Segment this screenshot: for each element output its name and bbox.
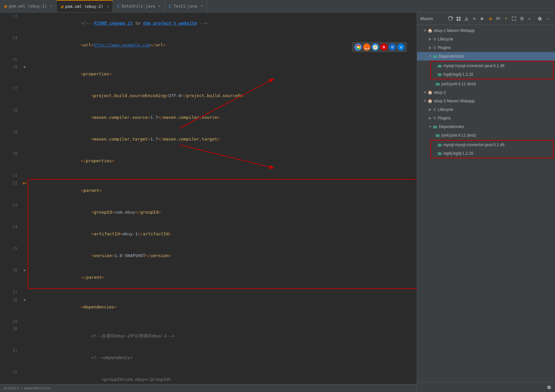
svg-rect-24 [438, 144, 439, 146]
tree-item-ebuy1[interactable]: ▼ 🏠 ebuy-1 Maven Webapp [417, 26, 555, 35]
svg-rect-8 [436, 55, 437, 58]
tree-arrow-deps1[interactable]: ▼ [428, 53, 433, 60]
maven-add-btn[interactable]: + [471, 15, 478, 22]
code-line: <version>1.0-SNAPSHOT</version> [28, 245, 417, 267]
firefox-icon[interactable]: 🦊 [363, 43, 370, 51]
maven-ebuy2-icon: 🏠 [428, 89, 433, 96]
breadcrumb-sep: › [20, 386, 23, 390]
table-row: 28 ▼ <dependencies> [0, 296, 417, 318]
tree-arrow-lifecycle2[interactable]: ▶ [428, 106, 433, 113]
maven-bottom-settings-btn[interactable] [545, 384, 552, 391]
tree-label-junit1: junit:junit:4.11 (test) [441, 80, 476, 88]
tab-dateutils[interactable]: C DateUtils.java ✕ [113, 0, 165, 12]
line-number: 16 [0, 63, 21, 85]
tree-arrow-plugins1[interactable]: ▶ [428, 44, 433, 51]
tree-arrow-plugins2[interactable]: ▶ [428, 115, 433, 122]
table-row: 20 </properties> [0, 150, 417, 172]
line-number: 22 [0, 179, 21, 201]
tab-close-pom1[interactable]: ✕ [50, 4, 52, 8]
tree-item-log4j1[interactable]: log4j:log4j:1.2.16 [431, 70, 553, 79]
tab-close-pom2[interactable]: ✕ [107, 4, 109, 9]
svg-rect-9 [438, 65, 439, 67]
table-row: 24 <artifactId>ebuy-1</artifactId> [0, 223, 417, 245]
code-line: <!--<dependency> [28, 347, 417, 369]
tree-arrow-ebuy1[interactable]: ▼ [422, 27, 428, 34]
chrome-icon[interactable] [355, 43, 362, 51]
tree-item-junit2[interactable]: junit:junit:4.11 (test) [417, 131, 555, 140]
svg-rect-2 [459, 16, 461, 18]
safari-icon[interactable]: 🧭 [372, 43, 379, 51]
svg-rect-17 [438, 83, 439, 86]
maven-webapp-icon: 🏠 [428, 27, 433, 34]
gutter [21, 201, 28, 223]
edge-icon[interactable]: e [397, 43, 405, 51]
code-line: <!--在项目ebuy-2中引用项目ebuy-1--> [28, 325, 417, 347]
maven-collapse-btn[interactable] [518, 15, 525, 22]
maven-download-btn[interactable] [463, 15, 470, 22]
tree-arrow-deps2[interactable]: ▼ [428, 123, 433, 130]
maven-minimize-btn[interactable]: — [544, 15, 552, 22]
tree-item-ebuy2[interactable]: ▼ 🏠 ebuy-2 [417, 88, 555, 97]
tree-item-mysql1[interactable]: mysql:mysql-connector-java:5.1.46 [431, 62, 553, 70]
tree-item-mysql2[interactable]: mysql:mysql-connector-java:5.1.46 [431, 141, 553, 149]
main-area: 13 <!-- FIXME change it to the project's… [0, 13, 555, 392]
red-box-ebuy2-deps: mysql:mysql-connector-java:5.1.46 log4j:… [430, 140, 554, 158]
tab-pom1[interactable]: m pom.xml (ebuy-1) ✕ [0, 0, 57, 12]
maven-skip-btn[interactable]: ## [494, 15, 502, 22]
tab-label-test1: Test1.java [173, 4, 197, 9]
line-number: 13 [0, 13, 21, 34]
tree-item-deps1[interactable]: ▼ Dependencies [417, 52, 555, 61]
svg-rect-13 [439, 73, 440, 76]
tree-item-plugins1[interactable]: ▶ ⚙ Plugins [417, 43, 555, 52]
table-row: 30 <!--在项目ebuy-2中引用项目ebuy-1--> [0, 325, 417, 347]
tree-arrow-ebuy2[interactable]: ▼ [422, 89, 428, 96]
svg-rect-3 [457, 19, 458, 20]
ie-icon[interactable]: e [389, 43, 396, 51]
tree-item-plugins2[interactable]: ▶ ⚙ Plugins [417, 114, 555, 122]
maven-more-btn[interactable]: » [526, 15, 533, 22]
gutter [21, 245, 28, 267]
tree-arrow-lifecycle1[interactable]: ▶ [428, 36, 433, 43]
tab-close-test1[interactable]: ✕ [200, 4, 203, 8]
tree-label-log4j1: log4j:log4j:1.2.16 [443, 71, 473, 78]
svg-rect-11 [440, 65, 441, 67]
maven-refresh-btn[interactable] [447, 15, 454, 22]
line-number: 24 [0, 223, 21, 245]
svg-rect-7 [435, 55, 436, 58]
svg-rect-19 [435, 126, 436, 128]
tab-pom2[interactable]: m pom.xml (ebuy-2) ✕ [57, 0, 113, 12]
maven-reconnect-btn[interactable] [455, 15, 462, 22]
table-row: 19 <maven.compiler.target>1.7</maven.com… [0, 128, 417, 150]
code-scroll[interactable]: 13 <!-- FIXME change it to the project's… [0, 13, 417, 384]
opera-icon[interactable]: O [380, 43, 387, 51]
tree-item-lifecycle1[interactable]: ▶ ⚙ Lifecycle [417, 35, 555, 43]
tab-close-dateutils[interactable]: ✕ [158, 4, 161, 8]
tab-icon-test1: C [169, 4, 172, 9]
browser-icons-bar: 🦊 🧭 O e e [352, 42, 407, 52]
svg-rect-23 [438, 134, 439, 137]
dep-icon-log4j1 [437, 71, 442, 78]
line-number: 27 [0, 289, 21, 296]
table-row: 16 ▼ <properties> [0, 63, 417, 85]
maven-tree[interactable]: ▼ 🏠 ebuy-1 Maven Webapp ▶ ⚙ Lifecycle ▶ … [417, 25, 555, 382]
tree-item-ebuy2webapp[interactable]: ▼ 🏠 ebuy-2 Maven Webapp [417, 97, 555, 105]
maven-expand-btn[interactable] [510, 15, 517, 22]
gutter [21, 128, 28, 150]
maven-settings-btn[interactable] [536, 15, 543, 22]
gutter [21, 223, 28, 245]
line-number: 23 [0, 201, 21, 223]
tree-item-deps2[interactable]: ▼ Dependencies [417, 122, 555, 131]
tree-arrow-ebuy2webapp[interactable]: ▼ [422, 97, 428, 105]
svg-rect-10 [439, 65, 440, 67]
tab-test1[interactable]: C Test1.java ✕ [165, 0, 207, 12]
code-line: <groupId>com.ebuy</groupId> [28, 201, 417, 223]
tree-item-junit1[interactable]: junit:junit:4.11 (test) [417, 80, 555, 88]
maven-m-btn[interactable]: m [487, 15, 494, 22]
tree-item-log4j2[interactable]: log4j:log4j:1.2.16 [431, 149, 553, 158]
maven-thunder-btn[interactable]: ⚡ [502, 15, 510, 22]
gutter [21, 369, 28, 384]
maven-header: Maven + [417, 13, 555, 25]
maven-ebuy2webapp-icon: 🏠 [428, 97, 433, 105]
maven-run-btn[interactable] [479, 15, 486, 22]
tree-item-lifecycle2[interactable]: ▶ ⚙ Lifecycle [417, 105, 555, 114]
